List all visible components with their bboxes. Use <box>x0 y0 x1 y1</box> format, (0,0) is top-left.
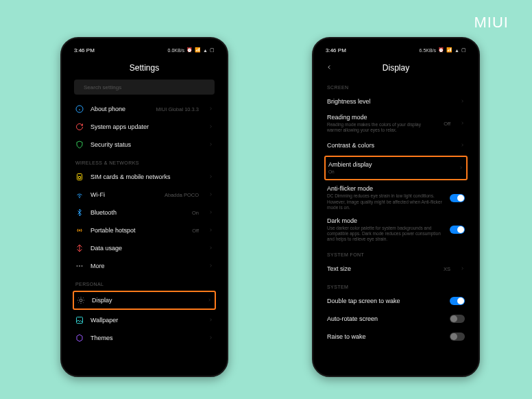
row-contrast-colors[interactable]: Contrast & colors <box>326 136 466 154</box>
section-font: SYSTEM FONT <box>326 245 466 260</box>
row-label: Themes <box>90 335 202 341</box>
display-settings-list[interactable]: SCREEN Brightness level Reading mode Rea… <box>319 78 473 370</box>
row-label: More <box>90 263 202 269</box>
status-icons: 0.0KB/s ⏰ 📶 ▲ ▢ <box>168 47 215 53</box>
row-label: About phone <box>90 106 149 112</box>
row-security-status[interactable]: Security status <box>74 136 215 154</box>
row-label: Portable hotspot <box>90 227 185 234</box>
row-hotspot[interactable]: Portable hotspot Off <box>74 221 215 239</box>
toggle-anti-flicker[interactable] <box>450 194 465 202</box>
row-label: Wallpaper <box>90 317 202 324</box>
row-anti-flicker[interactable]: Anti-flicker mode DC Dimming reduces eye… <box>326 182 466 213</box>
toggle-double-tap[interactable] <box>450 297 465 305</box>
phone-right: 3:46 PM 6.5KB/s ⏰ 📶 ▲ ▢ Display SCREEN B… <box>312 37 480 377</box>
svg-point-3 <box>80 197 80 198</box>
row-label: Ambient display <box>328 161 452 168</box>
row-brightness[interactable]: Brightness level <box>326 93 466 110</box>
chevron-right-icon <box>460 265 465 272</box>
row-wallpaper[interactable]: Wallpaper <box>74 311 215 329</box>
svg-rect-9 <box>77 317 83 324</box>
shield-icon <box>75 141 84 149</box>
toggle-raise-wake[interactable] <box>450 332 465 341</box>
alarm-icon: ⏰ <box>186 47 193 53</box>
row-sub: On <box>328 169 452 175</box>
brand-label: MIUI <box>474 14 509 32</box>
row-raise-to-wake[interactable]: Raise to wake <box>326 328 466 346</box>
row-value: Abadda POCO <box>165 192 199 198</box>
status-bar: 3:46 PM 6.5KB/s ⏰ 📶 ▲ ▢ <box>319 44 473 56</box>
row-label: Double tap screen to wake <box>327 298 443 304</box>
row-label: Wi-Fi <box>90 191 158 198</box>
row-reading-mode[interactable]: Reading mode Reading mode makes the colo… <box>326 110 466 136</box>
row-label: Security status <box>90 141 202 148</box>
wifi-icon <box>75 191 84 199</box>
row-dark-mode[interactable]: Dark mode Use darker color palette for s… <box>326 214 466 245</box>
chevron-right-icon <box>208 245 213 252</box>
row-label: Text size <box>327 265 437 272</box>
row-text-size[interactable]: Text size XS <box>326 260 466 278</box>
screen-left: 3:46 PM 0.0KB/s ⏰ 📶 ▲ ▢ Settings Search … <box>67 44 221 370</box>
row-about-phone[interactable]: About phone MIUI Global 10.3.3 <box>74 100 215 118</box>
row-label: Raise to wake <box>327 333 443 340</box>
display-icon <box>77 296 85 304</box>
status-time: 3:46 PM <box>74 47 95 53</box>
row-sim-cards[interactable]: SIM cards & mobile networks <box>74 168 215 186</box>
row-label: Brightness level <box>327 98 453 105</box>
back-button[interactable] <box>326 63 332 73</box>
row-label: Auto-rotate screen <box>327 315 443 322</box>
row-label: Data usage <box>90 245 202 252</box>
alarm-icon: ⏰ <box>438 47 444 53</box>
row-sub: Use darker color palette for system back… <box>327 226 443 242</box>
row-label: Contrast & colors <box>327 142 453 149</box>
row-label: Dark mode <box>327 217 443 224</box>
wallpaper-icon <box>75 316 84 324</box>
more-icon <box>75 262 84 270</box>
chevron-right-icon <box>208 227 213 234</box>
toggle-auto-rotate[interactable] <box>450 315 465 323</box>
search-input[interactable]: Search settings <box>74 80 215 95</box>
section-wireless: WIRELESS & NETWORKS <box>74 154 215 168</box>
svg-point-6 <box>79 265 80 267</box>
section-personal: PERSONAL <box>74 275 215 289</box>
chevron-right-icon <box>208 209 213 216</box>
page-title-text: Display <box>383 63 409 73</box>
row-value: Off <box>192 228 199 234</box>
themes-icon <box>75 334 84 342</box>
chevron-right-icon <box>208 123 213 130</box>
row-value: MIUI Global 10.3.3 <box>156 106 199 112</box>
sim-icon <box>75 173 84 181</box>
status-net: 6.5KB/s <box>420 48 437 53</box>
status-bar: 3:46 PM 0.0KB/s ⏰ 📶 ▲ ▢ <box>67 44 221 56</box>
page-title: Settings <box>67 56 221 78</box>
chevron-right-icon <box>208 106 213 112</box>
row-label: SIM cards & mobile networks <box>90 173 202 180</box>
settings-list[interactable]: About phone MIUI Global 10.3.3 System ap… <box>67 100 221 370</box>
row-auto-rotate[interactable]: Auto-rotate screen <box>326 310 466 328</box>
row-data-usage[interactable]: Data usage <box>74 239 215 257</box>
section-screen: SCREEN <box>326 78 466 93</box>
chevron-right-icon <box>208 335 213 341</box>
battery-icon: ▢ <box>461 47 466 53</box>
search-placeholder: Search settings <box>84 84 121 90</box>
row-themes[interactable]: Themes <box>74 329 215 347</box>
section-system: SYSTEM <box>326 278 466 292</box>
row-label: Reading mode <box>327 114 437 121</box>
battery-icon: ▢ <box>210 47 215 53</box>
toggle-dark-mode[interactable] <box>450 226 465 234</box>
row-sub: DC Dimming reduces eye strain in low lig… <box>327 193 443 210</box>
row-double-tap-wake[interactable]: Double tap screen to wake <box>326 292 466 310</box>
row-bluetooth[interactable]: Bluetooth On <box>74 204 215 221</box>
status-net: 0.0KB/s <box>168 48 185 53</box>
update-icon <box>75 123 84 131</box>
svg-point-4 <box>79 230 80 231</box>
row-value: Off <box>444 121 450 127</box>
row-ambient-display[interactable]: Ambient display On <box>324 156 468 180</box>
row-value: On <box>192 210 199 216</box>
row-display[interactable]: Display <box>73 291 216 310</box>
chevron-right-icon <box>208 141 213 148</box>
row-more[interactable]: More <box>74 257 215 275</box>
row-wifi[interactable]: Wi-Fi Abadda POCO <box>74 186 215 204</box>
row-system-apps-updater[interactable]: System apps updater <box>74 118 215 136</box>
row-value: XS <box>444 266 450 272</box>
chevron-right-icon <box>208 317 213 324</box>
